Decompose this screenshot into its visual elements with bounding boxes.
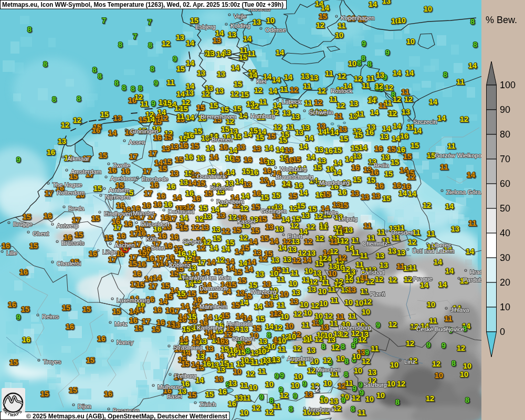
svg-text:17: 17 xyxy=(143,167,151,175)
svg-text:16: 16 xyxy=(351,163,360,172)
svg-text:9: 9 xyxy=(151,99,155,108)
svg-text:14: 14 xyxy=(207,332,216,340)
svg-text:8: 8 xyxy=(148,41,152,49)
svg-text:Schwerin: Schwerin xyxy=(309,109,333,116)
svg-text:Berlin: Berlin xyxy=(374,162,389,169)
svg-text:9: 9 xyxy=(302,380,307,388)
svg-text:12: 12 xyxy=(375,82,383,90)
svg-text:13: 13 xyxy=(376,251,384,260)
svg-text:12: 12 xyxy=(358,335,366,344)
svg-text:10: 10 xyxy=(291,381,299,390)
svg-text:16: 16 xyxy=(263,166,271,175)
svg-text:11: 11 xyxy=(408,264,416,272)
svg-text:8: 8 xyxy=(289,405,293,413)
svg-text:16: 16 xyxy=(393,181,401,190)
svg-text:14: 14 xyxy=(278,244,287,252)
svg-text:15: 15 xyxy=(99,151,107,160)
svg-text:15: 15 xyxy=(260,193,269,202)
svg-text:11: 11 xyxy=(277,275,285,284)
svg-text:12: 12 xyxy=(345,273,353,281)
svg-text:14: 14 xyxy=(254,302,262,311)
svg-text:Paderborn: Paderborn xyxy=(216,198,244,205)
svg-text:11: 11 xyxy=(250,358,258,366)
svg-text:13: 13 xyxy=(265,223,274,231)
svg-text:90: 90 xyxy=(500,104,510,115)
svg-text:14: 14 xyxy=(181,302,189,310)
svg-text:The Hague: The Hague xyxy=(52,182,82,188)
svg-text:14: 14 xyxy=(176,90,185,98)
svg-text:15: 15 xyxy=(138,248,146,257)
svg-text:Stuttgart: Stuttgart xyxy=(232,335,255,342)
svg-text:12: 12 xyxy=(460,115,468,123)
svg-text:10: 10 xyxy=(406,37,415,46)
svg-text:10: 10 xyxy=(354,366,362,375)
svg-text:16: 16 xyxy=(374,144,383,153)
svg-text:Zwolle: Zwolle xyxy=(113,162,130,169)
svg-text:16: 16 xyxy=(97,334,106,343)
svg-text:16: 16 xyxy=(89,249,97,258)
svg-text:Rostock: Rostock xyxy=(331,88,352,94)
svg-text:15: 15 xyxy=(62,303,70,312)
svg-text:15: 15 xyxy=(272,191,280,200)
svg-text:Arnhem: Arnhem xyxy=(109,187,130,193)
svg-text:12: 12 xyxy=(246,370,255,378)
svg-text:40: 40 xyxy=(500,228,510,238)
svg-text:8: 8 xyxy=(27,25,32,34)
svg-text:11: 11 xyxy=(338,22,345,30)
svg-text:15: 15 xyxy=(427,151,435,160)
svg-text:9: 9 xyxy=(442,341,446,350)
svg-text:17: 17 xyxy=(144,189,152,197)
svg-text:14: 14 xyxy=(188,178,196,187)
svg-text:10: 10 xyxy=(267,342,276,351)
svg-text:13: 13 xyxy=(172,321,180,329)
svg-text:11: 11 xyxy=(330,296,338,304)
svg-text:15: 15 xyxy=(234,80,242,88)
svg-text:14: 14 xyxy=(299,142,308,151)
svg-text:9: 9 xyxy=(376,321,380,329)
svg-text:13: 13 xyxy=(333,330,342,338)
svg-text:13: 13 xyxy=(170,169,178,177)
svg-text:14: 14 xyxy=(408,190,416,198)
svg-text:14: 14 xyxy=(186,39,194,47)
svg-text:12: 12 xyxy=(314,98,322,107)
svg-text:13: 13 xyxy=(285,146,293,154)
svg-text:13: 13 xyxy=(205,344,214,353)
svg-text:13: 13 xyxy=(217,211,225,219)
svg-text:50: 50 xyxy=(500,203,510,214)
svg-text:8: 8 xyxy=(452,359,456,368)
svg-text:12: 12 xyxy=(362,357,370,365)
svg-text:10: 10 xyxy=(352,352,361,361)
svg-text:16: 16 xyxy=(158,232,166,240)
svg-text:15: 15 xyxy=(233,226,241,234)
svg-text:11: 11 xyxy=(278,345,286,353)
svg-text:15: 15 xyxy=(234,268,242,276)
svg-text:10: 10 xyxy=(500,302,510,312)
svg-text:13: 13 xyxy=(228,379,237,387)
svg-text:15: 15 xyxy=(240,90,249,99)
svg-text:15: 15 xyxy=(93,184,102,193)
svg-text:14: 14 xyxy=(226,168,235,176)
svg-text:8: 8 xyxy=(43,60,47,68)
svg-text:14: 14 xyxy=(359,143,367,152)
svg-text:13: 13 xyxy=(271,256,279,264)
svg-text:13: 13 xyxy=(217,70,225,78)
svg-text:10: 10 xyxy=(289,279,297,288)
svg-text:12: 12 xyxy=(230,90,239,98)
svg-text:14: 14 xyxy=(429,98,437,106)
svg-text:15: 15 xyxy=(289,192,297,200)
svg-text:70: 70 xyxy=(500,154,510,164)
svg-text:15: 15 xyxy=(209,101,218,110)
svg-text:15: 15 xyxy=(23,213,31,221)
svg-text:Freiburg: Freiburg xyxy=(174,373,196,379)
svg-text:Zürich: Zürich xyxy=(200,401,216,407)
svg-text:8: 8 xyxy=(344,370,348,379)
svg-text:Amsterdam: Amsterdam xyxy=(71,169,101,175)
svg-text:14: 14 xyxy=(180,214,188,222)
svg-text:15: 15 xyxy=(382,194,391,203)
svg-text:8: 8 xyxy=(77,94,81,103)
svg-text:9: 9 xyxy=(154,79,158,87)
svg-text:15: 15 xyxy=(129,259,137,268)
svg-text:13: 13 xyxy=(344,226,353,234)
svg-text:30: 30 xyxy=(500,253,510,263)
svg-text:15: 15 xyxy=(188,391,196,399)
